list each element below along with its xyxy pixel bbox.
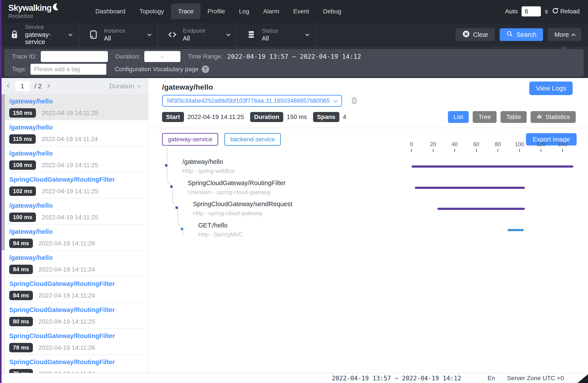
nav-item-log[interactable]: Log (232, 3, 256, 19)
span-layer: Http - spring-webflux (182, 168, 235, 174)
trace-id-option: f4f3f3c34abe4252a89d5bf103f776aa.31.1650… (167, 98, 330, 104)
trace-list-item[interactable]: SpringCloudGateway/RoutingFilter 84 ms20… (0, 277, 148, 303)
trace-title[interactable]: /gateway/hello (9, 202, 144, 209)
trace-title[interactable]: /gateway/hello (9, 150, 144, 157)
trace-title[interactable]: /gateway/hello (9, 254, 144, 262)
bar-chart-icon (536, 113, 542, 121)
span-node-dot[interactable] (165, 164, 168, 167)
prev-page-icon[interactable] (7, 84, 11, 88)
trace-title[interactable]: SpringCloudGateway/RoutingFilter (9, 359, 144, 366)
nav-item-dashboard[interactable]: Dashboard (88, 3, 132, 19)
trace-list-item[interactable]: /gateway/hello 100 ms2022-04-19 14:11:25 (0, 199, 148, 224)
nav-item-trace[interactable]: Trace (171, 3, 201, 19)
axis-tick: 80 (495, 141, 501, 152)
trace-list-item[interactable]: SpringCloudGateway/RoutingFilter 80 ms20… (0, 303, 148, 329)
view-logs-button[interactable]: View Logs (529, 81, 573, 95)
nav-item-profile[interactable]: Profile (201, 3, 232, 19)
span-bar[interactable] (437, 208, 525, 210)
trace-title[interactable]: SpringCloudGateway/RoutingFilter (9, 176, 144, 183)
trace-title[interactable]: /gateway/hello (9, 124, 144, 131)
span-bar[interactable] (415, 187, 525, 189)
trace-list-item[interactable]: SpringCloudGateway/RoutingFilter 75 ms20… (0, 355, 148, 373)
auto-interval-input[interactable] (522, 6, 541, 17)
chevron-up-icon (571, 34, 575, 38)
view-mode-list[interactable]: List (448, 111, 469, 123)
trace-list-item[interactable]: /gateway/hello 150 ms2022-04-19 14:11:25 (0, 94, 148, 120)
tags-input[interactable] (30, 64, 106, 75)
next-page-icon[interactable] (46, 84, 50, 88)
page-total: / 2 (34, 82, 42, 90)
nav-item-event[interactable]: Event (286, 3, 316, 19)
span-name[interactable]: SpringCloudGateway/RoutingFilter (188, 180, 286, 187)
duration-badge: 84 ms (9, 291, 33, 300)
view-mode-statistics[interactable]: Statistics (531, 111, 576, 123)
trace-id-input[interactable] (41, 51, 108, 62)
trace-list-item[interactable]: /gateway/hello 84 ms2022-04-19 14:11:24 (0, 251, 148, 277)
nav-item-topology[interactable]: Topology (132, 3, 171, 19)
axis-tick: 60 (473, 141, 479, 152)
search-button[interactable]: Search (500, 28, 543, 41)
time-range-value[interactable]: 2022-04-19 13:57 ~ 2022-04-19 14:12 (227, 53, 361, 60)
reload-button[interactable]: Reload (552, 7, 580, 16)
vocabulary-link[interactable]: Configuration Vocabulary page (115, 66, 199, 73)
view-mode-tree[interactable]: Tree (473, 111, 497, 123)
nav-item-alarm[interactable]: Alarm (256, 3, 286, 19)
duration-input[interactable] (144, 51, 180, 62)
clear-button[interactable]: Clear (456, 28, 495, 41)
status-selector[interactable]: Status All (237, 23, 316, 46)
span-node-dot[interactable] (181, 228, 183, 230)
trace-title[interactable]: /gateway/hello (9, 228, 144, 235)
trace-list-item[interactable]: SpringCloudGateway/RoutingFilter 78 ms20… (0, 329, 148, 355)
duration-badge: 84 ms (9, 265, 33, 274)
span-node-dot[interactable] (170, 185, 173, 188)
trace-list-item[interactable]: SpringCloudGateway/RoutingFilter 102 ms2… (0, 172, 148, 199)
nav-item-debug[interactable]: Debug (316, 3, 348, 19)
trace-list-item[interactable]: /gateway/hello 115 ms2022-04-19 14:11:24 (0, 120, 148, 146)
trace-title[interactable]: SpringCloudGateway/RoutingFilter (9, 332, 144, 340)
span-name[interactable]: /gateway/hello (182, 158, 223, 165)
scrollbar-thumb[interactable] (1, 94, 5, 250)
sort-dropdown[interactable]: Duration (109, 82, 141, 90)
trace-list-item[interactable]: /gateway/hello 108 ms2022-04-19 14:11:25 (0, 146, 148, 172)
timeline-plot: 020406080100120140 (412, 138, 577, 363)
copy-icon[interactable] (350, 96, 358, 105)
server-zone[interactable]: Server Zone UTC +0 (507, 375, 564, 382)
trace-title[interactable]: /gateway/hello (9, 98, 144, 105)
span-name[interactable]: GET:/hello (198, 222, 228, 229)
corner-handle (577, 374, 588, 383)
footer: 2022-04-19 13:57 ~ 2022-04-19 14:12 En S… (0, 373, 588, 383)
span-node-dot[interactable] (175, 206, 178, 209)
footer-time-range[interactable]: 2022-04-19 13:57 ~ 2022-04-19 14:12 (332, 375, 461, 382)
span-bar[interactable] (412, 165, 573, 168)
trace-list-item[interactable]: /gateway/hello 94 ms2022-04-19 14:11:26 (0, 224, 148, 251)
span-timeline: /gateway/hello Http - spring-webflux Spr… (148, 138, 588, 363)
auto-label: Auto (505, 8, 518, 15)
more-panel: Trace ID: Duration: Time Range: 2022-04-… (4, 49, 584, 77)
chevron-down-icon (68, 32, 72, 36)
span-bar[interactable] (507, 229, 524, 231)
trace-title[interactable]: SpringCloudGateway/RoutingFilter (9, 306, 144, 314)
page-number-input[interactable] (15, 81, 30, 91)
trace-title[interactable]: SpringCloudGateway/RoutingFilter (9, 280, 144, 287)
status-value: All (262, 35, 304, 42)
crescent-moon-icon (52, 3, 60, 11)
more-button[interactable]: More (548, 28, 581, 41)
duration-badge: Duration (250, 112, 283, 122)
span-name[interactable]: SpringCloudGateway/sendRequest (193, 201, 292, 208)
help-icon[interactable]: ? (202, 65, 209, 73)
view-mode-table[interactable]: Table (501, 111, 527, 123)
trace-id-select[interactable]: f4f3f3c34abe4252a89d5bf103f776aa.31.1650… (162, 95, 342, 107)
list-scrollbar[interactable] (1, 94, 5, 373)
language-toggle[interactable]: En (488, 375, 495, 382)
trace-list-panel: / 2 Duration /gateway/hello 150 ms2022-0… (0, 78, 148, 373)
service-label: Service (25, 24, 67, 30)
chevron-down-icon (226, 32, 230, 36)
duration-value: 150 ms (287, 114, 307, 121)
instance-selector[interactable]: Instance All (79, 23, 158, 46)
spans-value: 4 (343, 114, 346, 121)
service-selector[interactable]: Service gateway-service (0, 23, 79, 46)
duration-badge: 102 ms (9, 186, 36, 196)
endpoint-selector[interactable]: Endpoint All (158, 23, 237, 46)
duration-badge: 75 ms (9, 369, 33, 373)
more-panel-zone: Trace ID: Duration: Time Range: 2022-04-… (0, 46, 588, 78)
